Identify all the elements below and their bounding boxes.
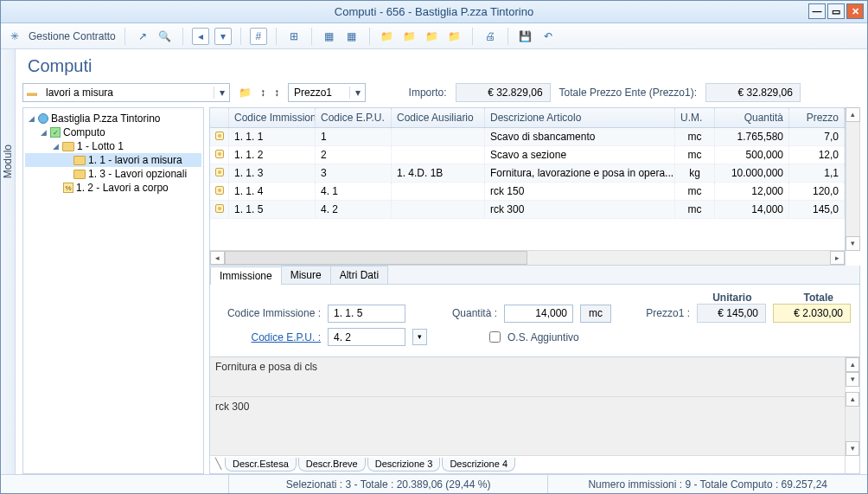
col-prezzo[interactable]: Prezzo	[789, 108, 845, 127]
folder-icon-3[interactable]: 📁	[424, 28, 441, 45]
table-row[interactable]: 1. 1. 22Scavo a sezionemc500,00012,0	[210, 146, 845, 164]
btab-breve[interactable]: Descr.Breve	[298, 458, 366, 472]
tree-panel: ◢Bastiglia P.zza Tintorino ◢✓Computo ◢1 …	[22, 107, 204, 474]
search-icon[interactable]: 🔍	[156, 28, 174, 45]
codepu-input[interactable]: 4. 2	[328, 328, 405, 346]
filter-icon-1[interactable]: 📁	[239, 87, 252, 99]
cell-codimm: 1. 1. 3	[229, 164, 316, 182]
chevron-down-icon: ▾	[349, 87, 365, 99]
desc-scroll-down-1[interactable]: ▾	[846, 372, 859, 387]
tab-altri-dati[interactable]: Altri Dati	[330, 266, 388, 284]
save-icon[interactable]: 💾	[517, 28, 534, 45]
grid-hscroll[interactable]: ◂ ▸	[210, 250, 845, 265]
nav-prev-button[interactable]: ◂	[192, 28, 209, 45]
cell-descr: rck 150	[485, 183, 675, 200]
window-title: Computi - 656 - Bastiglia P.zza Tintorin…	[335, 5, 533, 18]
folder-add-icon[interactable]: 📁	[379, 28, 396, 45]
hash-button[interactable]: #	[250, 28, 267, 45]
codimm-input[interactable]: 1. 1. 5	[328, 305, 405, 323]
maximize-button[interactable]: ▭	[827, 3, 845, 19]
table-row[interactable]: 1. 1. 44. 1rck 150mc12,000120,0	[210, 183, 845, 201]
desc-box-1[interactable]: Fornitura e posa di cls	[210, 357, 845, 397]
side-tab-label: Modulo	[2, 144, 14, 178]
os-checkbox[interactable]	[489, 331, 501, 343]
tool-icon-1[interactable]: ⊞	[285, 28, 303, 45]
btab-desc3[interactable]: Descrizione 3	[367, 458, 441, 472]
scroll-down-icon[interactable]: ▾	[846, 236, 860, 251]
cell-prezzo: 12,0	[789, 146, 845, 164]
qta-input[interactable]: 14,000	[504, 305, 573, 323]
exit-icon[interactable]: ↗	[134, 28, 151, 45]
cell-qta: 10.000,000	[715, 164, 789, 182]
totale-ente-value: € 32.829,06	[705, 83, 801, 102]
price-combo-value: Prezzo1	[289, 87, 349, 99]
close-button[interactable]: ✕	[846, 3, 864, 19]
tab-misure[interactable]: Misure	[281, 266, 331, 284]
cell-qta: 1.765,580	[715, 128, 789, 145]
contract-menu[interactable]: Gestione Contratto	[29, 30, 116, 42]
spinner-icon: ✳	[6, 28, 23, 45]
header-unitario: Unitario	[712, 292, 751, 304]
scroll-up-icon[interactable]: ▴	[846, 107, 860, 122]
filter-icon-2[interactable]: ↕	[260, 87, 265, 99]
cell-codaux	[392, 146, 485, 164]
col-codepu[interactable]: Codice E.P.U.	[316, 108, 392, 127]
col-qta[interactable]: Quantità	[715, 108, 789, 127]
cell-qta: 500,000	[715, 146, 789, 164]
cell-codepu: 2	[316, 146, 392, 164]
scroll-left-icon[interactable]: ◂	[210, 251, 225, 265]
scroll-thumb[interactable]	[225, 251, 527, 265]
price-combo[interactable]: Prezzo1 ▾	[288, 83, 366, 102]
codepu-lookup-button[interactable]: ▾	[412, 329, 427, 345]
col-codaux[interactable]: Codice Ausiliario	[392, 108, 485, 127]
status-bar: Selezionati : 3 - Totale : 20.389,06 (29…	[1, 474, 867, 493]
table-row[interactable]: 1. 1. 331. 4.D. 1BFornitura, lavorazione…	[210, 164, 845, 183]
cell-codimm: 1. 1. 1	[229, 128, 316, 145]
cell-codaux	[392, 183, 485, 200]
importo-label: Importo:	[409, 87, 447, 99]
check-icon: ✓	[50, 127, 61, 138]
globe-icon	[38, 113, 48, 124]
doc-icon-1[interactable]: ▦	[321, 28, 338, 45]
um-button[interactable]: mc	[580, 305, 611, 323]
cell-codaux: 1. 4.D. 1B	[392, 164, 485, 182]
doc-icon-2[interactable]: ▦	[343, 28, 361, 45]
side-tab[interactable]: Modulo	[1, 49, 16, 474]
minimize-button[interactable]: —	[808, 3, 826, 19]
prezzo-tot: € 2.030,00	[773, 304, 851, 323]
table-row[interactable]: 1. 1. 54. 2rck 300mc14,000145,0	[210, 201, 845, 219]
codepu-label[interactable]: Codice E.P.U. :	[219, 331, 321, 343]
tree-item-1[interactable]: 1. 1 - lavori a misura	[25, 153, 201, 167]
print-icon[interactable]: 🖨	[482, 28, 499, 45]
undo-icon[interactable]: ↶	[539, 28, 557, 45]
tree-item-3[interactable]: %1. 2 - Lavori a corpo	[25, 181, 201, 195]
col-um[interactable]: U.M.	[675, 108, 715, 127]
desc-scroll-up-2[interactable]: ▴	[846, 392, 859, 407]
folder-icon-2[interactable]: 📁	[401, 28, 418, 45]
tree-item-2[interactable]: 1. 3 - Lavori opzionali	[25, 167, 201, 181]
percent-icon: %	[63, 183, 73, 193]
filter-icon-3[interactable]: ↕	[274, 87, 279, 99]
btab-desc4[interactable]: Descrizione 4	[442, 458, 515, 472]
folder-icon	[73, 156, 86, 165]
desc-scroll-up-1[interactable]: ▴	[846, 357, 859, 372]
cell-um: mc	[675, 146, 715, 164]
cell-codepu: 4. 1	[316, 183, 392, 200]
header-totale: Totale	[804, 292, 833, 304]
nav-down-button[interactable]: ▾	[214, 28, 232, 45]
btab-estesa[interactable]: Descr.Estesa	[225, 458, 297, 472]
cell-um: mc	[675, 128, 715, 145]
desc-box-2[interactable]: rck 300	[210, 397, 845, 456]
tree-computo[interactable]: ◢✓Computo	[25, 125, 201, 139]
tree-root[interactable]: ◢Bastiglia P.zza Tintorino	[25, 112, 201, 125]
folder-icon-4[interactable]: 📁	[446, 28, 463, 45]
tab-immissione[interactable]: Immissione	[210, 266, 282, 285]
scroll-right-icon[interactable]: ▸	[830, 251, 845, 265]
type-combo[interactable]: ▬ lavori a misura ▾	[22, 83, 230, 102]
col-codimm[interactable]: Codice Immissione	[229, 108, 316, 127]
desc-scroll-down-2[interactable]: ▾	[846, 441, 859, 456]
col-descr[interactable]: Descrizione Articolo	[485, 108, 675, 127]
tree-lotto[interactable]: ◢1 - Lotto 1	[25, 139, 201, 153]
chevron-down-icon: ▾	[214, 87, 229, 99]
table-row[interactable]: 1. 1. 11Scavo di sbancamentomc1.765,5807…	[210, 128, 845, 146]
